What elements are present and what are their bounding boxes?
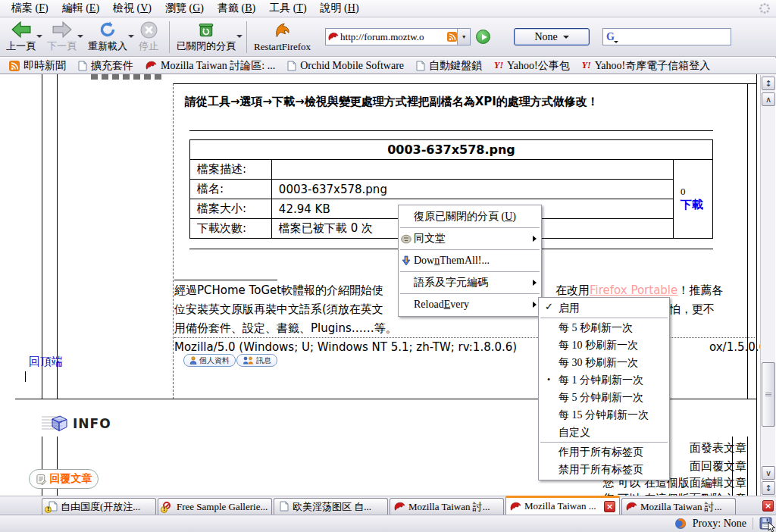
download-cell: 0 下載: [674, 160, 713, 239]
menu-view[interactable]: 檢視 (V): [106, 0, 158, 17]
forward-arrow-icon: [52, 20, 73, 39]
yahoo-icon: Y!: [494, 60, 503, 71]
reload-every-submenu: ✓启用 每 5 秒刷新一次 每 10 秒刷新一次 每 30 秒刷新一次 •每 1…: [538, 297, 670, 480]
menu-go[interactable]: 瀏覽 (G): [158, 0, 211, 17]
closed-tabs-dropdown-icon[interactable]: [236, 35, 242, 38]
bookmark-keylock[interactable]: 自動鍵盤鎖: [410, 59, 488, 73]
tab-mozilla-taiwan-active[interactable]: Mozilla Taiwan ... ×: [505, 496, 620, 515]
throbber-icon: [759, 2, 771, 14]
google-search-icon[interactable]: G: [606, 31, 615, 43]
tab-free-sample-gallery[interactable]: Free Sample Gallerie...: [158, 498, 272, 515]
tab-mozilla-taiwan-1[interactable]: Mozilla Taiwan 討...: [390, 498, 504, 515]
message-button[interactable]: 訊息: [236, 354, 277, 367]
layout-line: [747, 437, 748, 496]
tab-gallery-forum[interactable]: 欧美淫荡图区 自...: [274, 498, 388, 515]
bookmark-extensions[interactable]: 擴充套件: [72, 59, 139, 73]
submenu-item-apply-all-tabs[interactable]: 作用于所有标签页: [539, 443, 669, 461]
stop-icon: [140, 20, 158, 39]
row-label: 檔案大小:: [190, 199, 272, 219]
tab-close-button[interactable]: ×: [604, 501, 615, 512]
session-saver-button[interactable]: [759, 517, 773, 530]
none-dropdown-button[interactable]: None: [514, 28, 590, 45]
page-icon: [278, 501, 289, 512]
menu-tools[interactable]: 工具 (T): [262, 0, 313, 17]
signature-text: 在改用Firefox Portable！推薦各: [555, 283, 723, 298]
firefox-portable-link[interactable]: Firefox Portable: [590, 283, 677, 297]
firefox-status-icon: [674, 518, 687, 530]
tab-mozilla-taiwan-2[interactable]: Mozilla Taiwan 討...: [621, 498, 736, 515]
scroll-jump-icon[interactable]: ↕: [762, 77, 775, 90]
forward-button[interactable]: 下一頁: [43, 19, 84, 55]
url-bar[interactable]: http://forum.moztw.o ▼: [325, 28, 471, 45]
menu-edit[interactable]: 編輯 (E): [55, 0, 106, 17]
menu-bar: 檔案 (F) 編輯 (E) 檢視 (V) 瀏覽 (G) 書籤 (B) 工具 (T…: [0, 0, 776, 17]
reload-dropdown-icon[interactable]: [128, 35, 134, 38]
proxy-status[interactable]: Proxy: None: [693, 518, 746, 530]
menu-separator: [540, 442, 668, 443]
submenu-item-interval[interactable]: 每 10 秒刷新一次: [539, 336, 669, 354]
menu-separator: [400, 249, 540, 250]
bookmark-yahoo-briefcase[interactable]: Y!Yahoo!公事包: [488, 59, 576, 73]
submenu-item-interval[interactable]: 每 5 秒刷新一次: [539, 319, 669, 336]
tabbar-close-button[interactable]: ×: [762, 500, 774, 512]
url-dropdown-button[interactable]: ▼: [457, 29, 470, 45]
submenu-item-custom[interactable]: 自定义: [539, 424, 669, 441]
search-input[interactable]: G: [602, 28, 731, 45]
bookmarks-bar: 即時新聞 擴充套件 Mozilla Taiwan 討論區: ... Orchid…: [0, 58, 776, 74]
url-text[interactable]: http://forum.moztw.o: [340, 31, 446, 43]
vertical-scrollbar[interactable]: ↕ ∧ ∨ ↕: [760, 75, 775, 496]
table-row: 檔名:0003-637x578.png: [190, 180, 713, 199]
back-button[interactable]: 上一頁: [2, 19, 43, 55]
bookmark-news[interactable]: 即時新聞: [3, 59, 72, 73]
reload-button[interactable]: 重新載入: [84, 19, 135, 55]
download-link[interactable]: 下載: [681, 198, 703, 211]
profile-button[interactable]: 個人資料: [183, 354, 236, 367]
scroll-jump-icon[interactable]: ↕: [762, 481, 775, 495]
submenu-arrow-icon: [533, 280, 537, 286]
signature-text: 位安裝英文原版再裝中文語系(須放在英文: [174, 302, 383, 317]
menu-bookmarks[interactable]: 書籤 (B): [211, 0, 262, 17]
closed-tabs-button[interactable]: 已關閉的分頁: [173, 19, 243, 55]
submenu-item-interval[interactable]: 每 15 分钟刷新一次: [539, 406, 669, 424]
stop-button[interactable]: 停止: [135, 19, 166, 55]
submenu-item-interval-selected[interactable]: •每 1 分钟刷新一次: [539, 371, 669, 389]
layout-line: [42, 74, 42, 399]
status-bar: Proxy: None: [0, 515, 776, 532]
layout-line: [57, 74, 58, 399]
submenu-item-disable-all-tabs[interactable]: 禁用于所有标签页: [539, 461, 669, 478]
menu-item-undo-closed-tab[interactable]: 復原已關閉的分頁 (U): [399, 207, 541, 227]
menu-item-character-encoding[interactable]: 語系及字元編碼: [399, 273, 541, 293]
scroll-down-icon[interactable]: ∨: [762, 466, 775, 480]
restart-firefox-button[interactable]: RestartFirefox: [250, 19, 318, 55]
menu-item-reload-every[interactable]: Reload Every: [399, 295, 541, 315]
tab-bar: 自由国度(开放注... Free Sample Gallerie... 欧美淫荡…: [0, 496, 776, 515]
info-section-title: INFO: [73, 416, 111, 431]
post-instruction-text: 請從工具→選項→下載→檢視與變更處理方式裡把副檔名為XPI的處理方式做修改！: [185, 95, 599, 109]
menu-item-downthemall[interactable]: DownThemAll!...: [399, 251, 541, 271]
forward-dropdown-icon[interactable]: [77, 35, 83, 38]
submenu-item-interval[interactable]: 每 5 分钟刷新一次: [539, 389, 669, 406]
submenu-item-interval[interactable]: 每 30 秒刷新一次: [539, 354, 669, 371]
submenu-item-enable[interactable]: ✓启用: [539, 299, 669, 317]
reply-post-button[interactable]: 回覆文章: [29, 469, 99, 489]
go-button[interactable]: [476, 30, 490, 44]
menu-help[interactable]: 說明 (H): [314, 0, 366, 17]
bookmark-yahoo-mail[interactable]: Y!Yahoo!奇摩電子信箱登入: [576, 59, 717, 73]
signature-separator: [174, 280, 277, 280]
firefox-icon: [626, 501, 637, 512]
bookmark-orchid[interactable]: Orchid Mobile Software: [281, 60, 410, 72]
back-to-top-link[interactable]: 回頂端: [29, 355, 63, 369]
back-dropdown-icon[interactable]: [36, 35, 42, 38]
menu-file[interactable]: 檔案 (F): [5, 0, 55, 17]
scrollbar-thumb[interactable]: [762, 362, 775, 427]
menu-item-tongwen[interactable]: 同文堂: [399, 229, 541, 249]
scroll-up-icon[interactable]: ∧: [762, 92, 775, 106]
person-icon: [189, 356, 197, 365]
forum-permission-text: 面發表文章: [690, 441, 746, 455]
submenu-arrow-icon: [533, 236, 537, 242]
row-value: [271, 160, 673, 180]
tab-freedom-forum[interactable]: 自由国度(开放注...: [42, 498, 156, 515]
rss-feed-icon[interactable]: [447, 32, 457, 42]
signature-text: 怕，更不: [669, 302, 715, 317]
bookmark-moztw-forum[interactable]: Mozilla Taiwan 討論區: ...: [139, 59, 281, 73]
